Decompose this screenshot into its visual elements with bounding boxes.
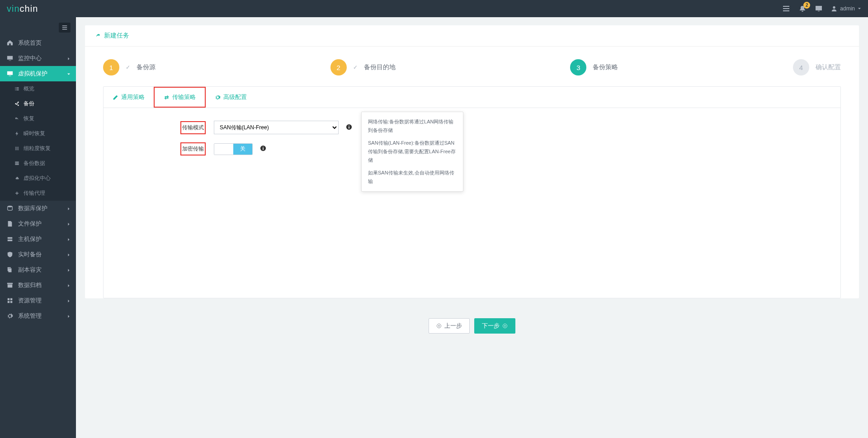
wizard-steps: 1 ✓ 备份源 2 ✓ 备份目的地 3 备份策略 4 确认配置 [85, 47, 859, 86]
toggle-encrypt[interactable]: 关 [214, 143, 253, 155]
label-transport-mode: 传输模式 [180, 121, 206, 134]
sidebar-sub-backup[interactable]: 备份 [0, 96, 76, 111]
tab-advanced-config[interactable]: 高级配置 [206, 87, 256, 108]
step-2: 2 ✓ 备份目的地 [330, 59, 396, 75]
sidebar-item-archive[interactable]: 数据归档 [0, 278, 76, 293]
redo-icon [94, 33, 100, 39]
monitor-icon [6, 55, 14, 61]
prev-button[interactable]: 上一步 [429, 318, 470, 334]
monitor-icon [6, 71, 14, 77]
tab-body: 传输模式 SAN传输(LAN-Free) 加密传输 关 [104, 108, 840, 298]
sidebar-sub-restore[interactable]: 恢复 [0, 111, 76, 126]
notification-icon[interactable]: 2 [798, 5, 807, 13]
sidebar-item-home[interactable]: 系统首页 [0, 35, 76, 51]
sidebar-item-system[interactable]: 系统管理 [0, 308, 76, 324]
swap-icon [164, 94, 170, 100]
top-header: vinchin 2 admin [0, 0, 868, 17]
next-button[interactable]: 下一步 [474, 318, 515, 334]
tooltip-transport-mode: 网络传输:备份数据将通过LAN网络传输到备份存储 SAN传输(LAN-Free)… [361, 112, 463, 192]
select-transport-mode[interactable]: SAN传输(LAN-Free) [214, 121, 339, 134]
home-icon [6, 40, 14, 46]
step-4: 4 确认配置 [793, 59, 841, 75]
header-list-icon[interactable] [782, 5, 790, 13]
step-3: 3 备份策略 [570, 59, 618, 75]
panel-header: 新建任务 [85, 25, 859, 47]
sidebar-item-file-protect[interactable]: 文件保护 [0, 216, 76, 231]
wizard-footer: 上一步 下一步 [85, 307, 859, 337]
arrow-left-icon [436, 323, 442, 329]
sidebar-item-monitor[interactable]: 监控中心 [0, 51, 76, 66]
info-icon[interactable] [260, 145, 266, 153]
pencil-icon [113, 94, 118, 100]
sidebar-sub-instant-restore[interactable]: 瞬时恢复 [0, 126, 76, 141]
step-1: 1 ✓ 备份源 [103, 59, 156, 75]
info-icon[interactable] [346, 124, 352, 132]
sidebar-item-db-protect[interactable]: 数据库保护 [0, 201, 76, 216]
notification-badge: 2 [803, 2, 810, 9]
sidebar-item-host-protect[interactable]: 主机保护 [0, 231, 76, 247]
tab-transport-policy[interactable]: 传输策略 [154, 87, 206, 108]
sidebar-item-resource[interactable]: 资源管理 [0, 293, 76, 308]
arrow-right-icon [502, 323, 508, 329]
logo: vinchin [0, 0, 76, 17]
row-transport-mode: 传输模式 SAN传输(LAN-Free) [180, 121, 822, 134]
check-icon: ✓ [353, 64, 358, 71]
display-icon[interactable] [815, 5, 823, 13]
sidebar-item-realtime[interactable]: 实时备份 [0, 247, 76, 262]
sidebar-sub-agent[interactable]: 传输代理 [0, 186, 76, 201]
sidebar-sub-backup-data[interactable]: 备份数据 [0, 156, 76, 171]
sidebar-collapse-button[interactable] [0, 20, 76, 35]
user-menu[interactable]: admin [831, 5, 861, 12]
sidebar: 系统首页 监控中心 虚拟机保护 概览 备份 恢复 瞬时恢复 细粒度恢复 备份数据… [0, 17, 76, 438]
sidebar-sub-overview[interactable]: 概览 [0, 81, 76, 96]
policy-tabs: 通用策略 传输策略 高级配置 [104, 87, 840, 108]
sidebar-sub-virtcenter[interactable]: 虚拟化中心 [0, 171, 76, 186]
gear-icon [215, 94, 221, 100]
sidebar-item-replica[interactable]: 副本容灾 [0, 262, 76, 278]
page-title: 新建任务 [104, 32, 129, 40]
check-icon: ✓ [126, 64, 130, 71]
sidebar-sub-granular[interactable]: 细粒度恢复 [0, 141, 76, 156]
sidebar-item-vm-protect[interactable]: 虚拟机保护 [0, 66, 76, 81]
tab-general-policy[interactable]: 通用策略 [104, 87, 154, 108]
main-content: 新建任务 1 ✓ 备份源 2 ✓ 备份目的地 3 备份策略 4 [76, 17, 868, 438]
row-encrypt: 加密传输 关 [180, 142, 822, 155]
sidebar-submenu-vm: 概览 备份 恢复 瞬时恢复 细粒度恢复 备份数据 虚拟化中心 传输代理 [0, 81, 76, 201]
label-encrypt: 加密传输 [180, 142, 206, 155]
